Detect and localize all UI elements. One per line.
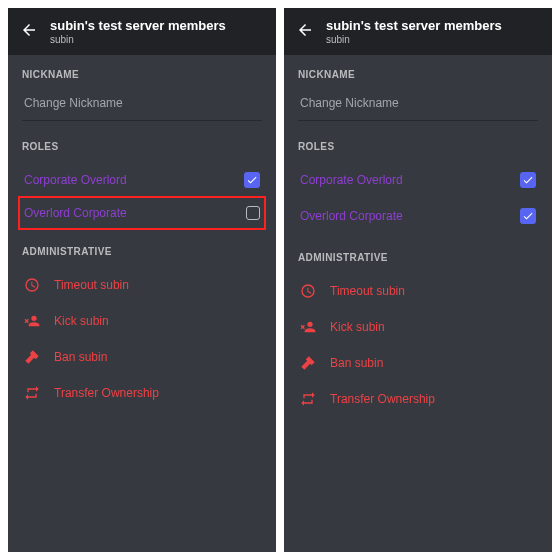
role-checkbox-checked[interactable] bbox=[520, 172, 536, 188]
transfer-icon bbox=[24, 385, 40, 401]
admin-label: Transfer Ownership bbox=[330, 392, 435, 406]
nickname-input[interactable] bbox=[22, 90, 262, 121]
role-name: Overlord Corporate bbox=[300, 209, 403, 223]
transfer-ownership-row[interactable]: Transfer Ownership bbox=[298, 381, 538, 417]
administrative-label: ADMINISTRATIVE bbox=[22, 246, 262, 257]
role-name: Corporate Overlord bbox=[24, 173, 127, 187]
header: subin's test server members subin bbox=[284, 8, 552, 55]
member-settings-panel-right: subin's test server members subin NICKNA… bbox=[284, 8, 552, 552]
hammer-icon bbox=[24, 349, 40, 365]
page-title: subin's test server members bbox=[50, 18, 226, 33]
timeout-row[interactable]: Timeout subin bbox=[22, 267, 262, 303]
role-checkbox-checked[interactable] bbox=[520, 208, 536, 224]
role-row[interactable]: Corporate Overlord bbox=[298, 162, 538, 198]
page-subtitle: subin bbox=[50, 34, 226, 45]
nickname-input[interactable] bbox=[298, 90, 538, 121]
back-arrow-icon[interactable] bbox=[20, 21, 38, 43]
nickname-label: NICKNAME bbox=[298, 69, 538, 80]
admin-label: Kick subin bbox=[54, 314, 109, 328]
administrative-section: ADMINISTRATIVE Timeout subin Kick subin … bbox=[298, 252, 538, 417]
role-row[interactable]: Corporate Overlord bbox=[22, 162, 262, 198]
kick-icon bbox=[24, 313, 40, 329]
admin-label: Ban subin bbox=[330, 356, 383, 370]
roles-section: ROLES Corporate Overlord Overlord Corpor… bbox=[22, 141, 262, 230]
kick-row[interactable]: Kick subin bbox=[22, 303, 262, 339]
admin-label: Timeout subin bbox=[330, 284, 405, 298]
role-checkbox-checked[interactable] bbox=[244, 172, 260, 188]
admin-label: Ban subin bbox=[54, 350, 107, 364]
ban-row[interactable]: Ban subin bbox=[22, 339, 262, 375]
content: NICKNAME ROLES Corporate Overlord Overlo… bbox=[8, 55, 276, 419]
header-title-block: subin's test server members subin bbox=[50, 18, 226, 45]
admin-label: Transfer Ownership bbox=[54, 386, 159, 400]
header-title-block: subin's test server members subin bbox=[326, 18, 502, 45]
role-checkbox-unchecked[interactable] bbox=[246, 206, 260, 220]
roles-label: ROLES bbox=[22, 141, 262, 152]
admin-label: Timeout subin bbox=[54, 278, 129, 292]
transfer-ownership-row[interactable]: Transfer Ownership bbox=[22, 375, 262, 411]
role-name: Overlord Corporate bbox=[24, 206, 127, 220]
ban-row[interactable]: Ban subin bbox=[298, 345, 538, 381]
member-settings-panel-left: subin's test server members subin NICKNA… bbox=[8, 8, 276, 552]
clock-icon bbox=[300, 283, 316, 299]
roles-section: ROLES Corporate Overlord Overlord Corpor… bbox=[298, 141, 538, 234]
administrative-section: ADMINISTRATIVE Timeout subin Kick subin … bbox=[22, 246, 262, 411]
hammer-icon bbox=[300, 355, 316, 371]
transfer-icon bbox=[300, 391, 316, 407]
back-arrow-icon[interactable] bbox=[296, 21, 314, 43]
kick-icon bbox=[300, 319, 316, 335]
administrative-label: ADMINISTRATIVE bbox=[298, 252, 538, 263]
timeout-row[interactable]: Timeout subin bbox=[298, 273, 538, 309]
content: NICKNAME ROLES Corporate Overlord Overlo… bbox=[284, 55, 552, 425]
page-subtitle: subin bbox=[326, 34, 502, 45]
roles-label: ROLES bbox=[298, 141, 538, 152]
page-title: subin's test server members bbox=[326, 18, 502, 33]
nickname-label: NICKNAME bbox=[22, 69, 262, 80]
role-row-highlighted[interactable]: Overlord Corporate bbox=[18, 196, 266, 230]
header: subin's test server members subin bbox=[8, 8, 276, 55]
role-name: Corporate Overlord bbox=[300, 173, 403, 187]
kick-row[interactable]: Kick subin bbox=[298, 309, 538, 345]
admin-label: Kick subin bbox=[330, 320, 385, 334]
role-row[interactable]: Overlord Corporate bbox=[298, 198, 538, 234]
clock-icon bbox=[24, 277, 40, 293]
